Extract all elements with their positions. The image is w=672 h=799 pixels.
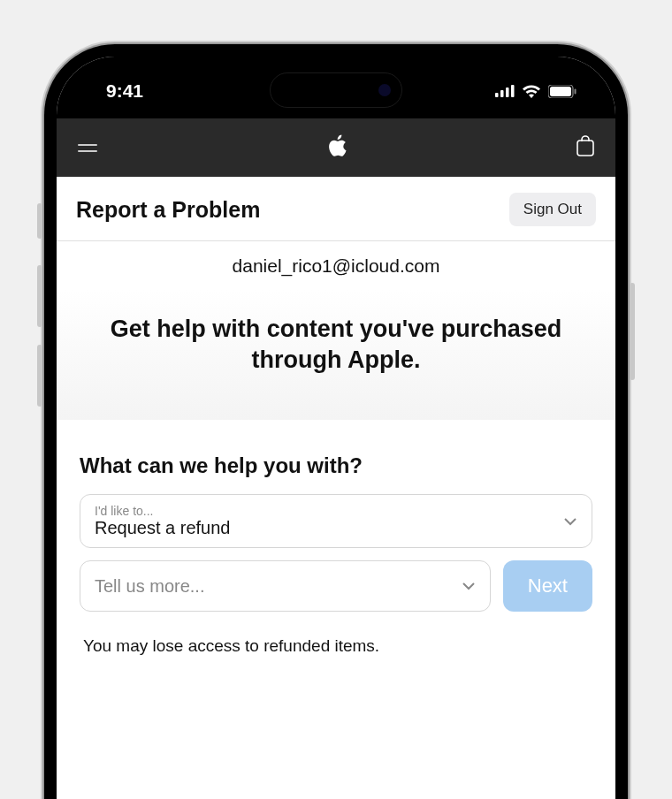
- phone-side-button: [37, 345, 42, 407]
- shopping-bag-icon[interactable]: [577, 135, 594, 160]
- battery-icon: [548, 85, 577, 98]
- nav-bar: [57, 118, 615, 177]
- sign-out-button[interactable]: Sign Out: [509, 193, 596, 226]
- status-icons: [495, 84, 584, 98]
- select-value: Request a refund: [95, 518, 230, 538]
- select-label: I'd like to...: [95, 504, 230, 518]
- svg-rect-0: [495, 93, 499, 97]
- status-time: 9:41: [88, 80, 143, 102]
- svg-rect-3: [511, 85, 515, 97]
- reason-select[interactable]: Tell us more...: [80, 560, 491, 612]
- phone-screen: 9:41: [57, 57, 615, 799]
- phone-frame: 9:41: [44, 44, 628, 799]
- svg-rect-6: [575, 88, 577, 94]
- page-header: Report a Problem Sign Out: [57, 177, 615, 241]
- camera-dot: [378, 84, 391, 96]
- next-button[interactable]: Next: [503, 560, 592, 612]
- request-type-select[interactable]: I'd like to... Request a refund: [80, 494, 592, 548]
- status-bar: 9:41: [57, 57, 615, 118]
- cellular-signal-icon: [495, 85, 515, 97]
- phone-side-button: [37, 203, 42, 239]
- svg-rect-1: [500, 90, 504, 97]
- chevron-down-icon: [563, 514, 577, 529]
- help-section: What can we help you with? I'd like to..…: [57, 420, 615, 656]
- refund-warning: You may lose access to refunded items.: [80, 624, 592, 656]
- hero-heading: Get help with content you've purchased t…: [92, 314, 580, 376]
- help-question: What can we help you with?: [80, 453, 592, 478]
- page-title: Report a Problem: [76, 197, 260, 223]
- phone-side-button: [630, 283, 635, 380]
- svg-rect-2: [506, 88, 509, 97]
- menu-icon[interactable]: [78, 144, 97, 152]
- select-placeholder: Tell us more...: [95, 576, 204, 597]
- user-email: daniel_rico1@icloud.com: [57, 241, 615, 289]
- dynamic-island: [270, 72, 402, 108]
- svg-rect-5: [550, 87, 571, 96]
- apple-logo-icon[interactable]: [327, 134, 347, 161]
- svg-rect-7: [577, 141, 593, 156]
- hero-section: Get help with content you've purchased t…: [57, 289, 615, 420]
- wifi-icon: [522, 84, 541, 98]
- chevron-down-icon: [462, 578, 476, 594]
- phone-side-button: [37, 265, 42, 327]
